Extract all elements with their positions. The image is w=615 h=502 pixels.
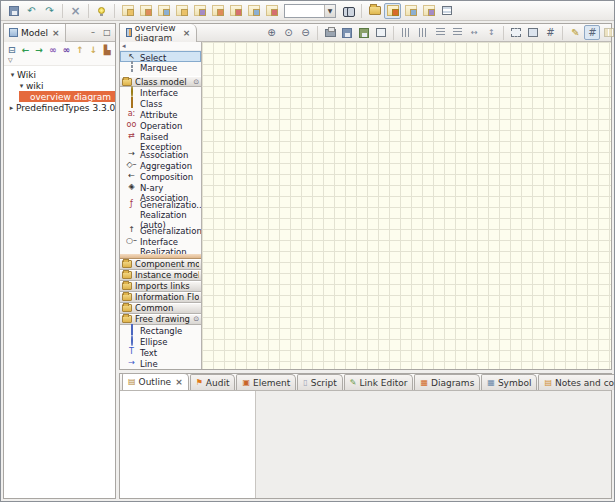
maximize-button[interactable]: □ [101,27,113,38]
tab-diagrams[interactable]: ▦ Diagrams [414,374,480,390]
close-icon[interactable]: × [52,28,60,38]
zoom-reset-button[interactable]: ⊙ [280,25,296,40]
palette-item-ellipse[interactable]: Ellipse [120,336,201,347]
create-association-button[interactable] [245,3,262,19]
filter-button[interactable]: ▙ [101,44,113,56]
drawer-common[interactable]: Common [120,303,201,314]
zoom-out-icon: ⊖ [301,27,309,38]
create-enumeration-button[interactable] [227,3,244,19]
save-diagram-button[interactable] [339,25,355,40]
palette-tool-marquee[interactable]: Marquee [120,62,201,73]
palette-item-association[interactable]: → Association [120,149,201,160]
tab-symbol[interactable]: ▦ Symbol [481,374,537,390]
show-table-button[interactable] [438,3,455,19]
minimize-button[interactable]: – [87,27,99,38]
align-center-button[interactable] [415,25,431,40]
fit-view-button[interactable] [373,25,389,40]
palette-item-composition[interactable]: ← Composition [120,171,201,182]
create-element-button[interactable] [263,3,280,19]
palette-item-line[interactable]: → Line [120,358,201,369]
collapse-all-button[interactable]: ⊟ [6,44,18,56]
show-margins-button[interactable] [525,25,541,40]
tab-outline[interactable]: ▤ Outline × [122,373,189,390]
snap-to-grid-button[interactable]: # [584,25,600,40]
navigate-forward-button[interactable]: → [33,44,45,56]
create-datatype-button[interactable] [209,3,226,19]
format-painter-button[interactable]: ✎ [567,25,583,40]
tree-row-predefined-types[interactable]: ▸ PredefinedTypes 3.3.00 [4,102,115,113]
palette-item-raised-exception[interactable]: ⇄ Raised Exception [120,131,201,149]
tab-notes-and-constraints[interactable]: ▤ Notes and constraints [538,374,615,390]
drawer-information-flows[interactable]: Information Flo... [120,292,201,303]
tab-overview-diagram[interactable]: overview diagram × [120,24,197,42]
undo-button[interactable]: ↶ [23,3,40,19]
drawer-pin-icon[interactable]: ⊙ [193,315,199,323]
align-right-button[interactable] [432,25,448,40]
drawer-imports-links[interactable]: Imports links [120,281,201,292]
print-button[interactable] [322,25,338,40]
export-image-button[interactable] [356,25,372,40]
show-properties-button[interactable] [420,3,437,19]
combo-dropdown-icon[interactable]: ▼ [324,5,335,17]
search-input[interactable] [286,6,324,16]
palette-item-text[interactable]: T Text [120,347,201,358]
show-diagram-view-button[interactable] [402,3,419,19]
tab-audit[interactable]: ⚑ Audit [190,374,236,390]
link-with-editor-button[interactable]: ∞ [47,44,59,56]
create-interface-button[interactable] [155,3,172,19]
link-selection-button[interactable]: ∞ [61,44,73,56]
outline-view-content[interactable] [120,391,256,498]
show-model-view-button[interactable] [384,3,401,19]
zoom-out-button[interactable]: ⊖ [297,25,313,40]
collapse-arrow-icon[interactable]: ▸ [7,104,16,112]
palette-item-aggregation[interactable]: ◇– Aggregation [120,160,201,171]
view-menu-icon[interactable]: ▽ [8,56,13,63]
redo-button[interactable]: ↷ [41,3,58,19]
save-button[interactable] [5,3,22,19]
zoom-in-button[interactable]: ⊕ [263,25,279,40]
diagram-toolbar: ⊕ ⊙ ⊖ ↔ ↕ [263,25,615,40]
navigate-back-button[interactable]: ← [20,44,32,56]
palette-item-interface-realization[interactable]: ○– Interface Realization [120,236,201,254]
close-icon[interactable]: × [175,377,183,387]
create-package-button[interactable] [119,3,136,19]
drawer-pin-icon[interactable]: ⊙ [193,78,199,86]
create-operation-button[interactable] [191,3,208,19]
tip-button[interactable] [93,3,110,19]
palette-item-operation[interactable]: oo Operation [120,120,201,131]
tree-row-wiki-project[interactable]: ▾ Wiki [4,69,115,80]
palette-collapse-icon[interactable]: ◂ [122,42,126,50]
palette-item-generalization-realization-auto[interactable]: ƒ Generalizatio... Realization (auto) [120,199,201,225]
tab-script[interactable]: ▯ Script [297,374,343,390]
diagram-canvas[interactable] [202,42,611,369]
tree-row-wiki-package[interactable]: ▾ wiki [4,80,115,91]
toggle-grid-button[interactable]: # [542,25,558,40]
open-project-button[interactable] [366,3,383,19]
same-height-button[interactable]: ↕ [483,25,499,40]
delete-button[interactable]: × [67,3,84,19]
palette-item-generalization[interactable]: ↑ Generalization [120,225,201,236]
show-guides-button[interactable] [601,25,615,40]
create-attribute-button[interactable] [173,3,190,19]
tree-row-overview-diagram[interactable]: overview diagram [19,91,115,102]
create-class-button[interactable] [137,3,154,19]
show-page-bounds-button[interactable] [508,25,524,40]
search-combo[interactable]: ▼ [284,4,336,18]
drawer-instance-model[interactable]: Instance model [120,270,201,281]
tab-element[interactable]: ▣ Element [236,374,296,390]
palette-item-attribute[interactable]: a: Attribute [120,109,201,120]
expand-arrow-icon[interactable]: ▾ [8,71,17,79]
move-up-button[interactable]: ↑ [74,44,86,56]
align-top-button[interactable] [449,25,465,40]
palette-item-nary-association[interactable]: ◈ N-ary Association [120,182,201,200]
close-icon[interactable]: × [183,28,191,38]
drawer-component-model[interactable]: Component mo... [120,259,201,270]
move-down-button[interactable]: ↓ [88,44,100,56]
tab-link-editor[interactable]: ✎ Link Editor [344,374,414,390]
same-width-button[interactable]: ↔ [466,25,482,40]
align-left-button[interactable] [398,25,414,40]
search-button[interactable] [340,3,357,19]
expand-arrow-icon[interactable]: ▾ [17,82,26,90]
palette-item-class[interactable]: Class [120,98,201,109]
tab-model[interactable]: Model × [4,24,66,42]
